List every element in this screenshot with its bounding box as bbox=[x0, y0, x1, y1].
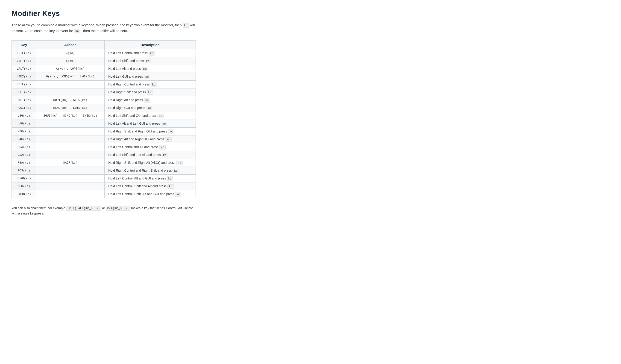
cell-description: Hold Left Control and press kc bbox=[104, 49, 196, 57]
cell-description: Hold Right Shift and Right GUI and press… bbox=[104, 127, 196, 135]
desc-text: Hold Right Shift and press bbox=[108, 90, 147, 94]
desc-text: Hold Right Shift and Right GUI and press bbox=[108, 129, 168, 133]
cell-aliases: A(kc) , LOPT(kc) bbox=[36, 65, 104, 72]
cell-key: RCTL(kc) bbox=[12, 80, 36, 88]
intro-kc2: kc bbox=[74, 29, 80, 34]
cell-key: RGUI(kc) bbox=[12, 104, 36, 112]
desc-text: Hold Left Control and press bbox=[108, 51, 148, 55]
desc-code: kc bbox=[145, 59, 151, 63]
cell-description: Hold Left Control, Shift, Alt and GUI an… bbox=[104, 190, 196, 198]
desc-code: kc bbox=[144, 75, 150, 79]
table-row: LAG(kc)Hold Left Alt and Left GUI and pr… bbox=[12, 120, 196, 127]
cell-key: LSG(kc) bbox=[12, 112, 36, 120]
desc-text: Hold Left Alt and Left GUI and press bbox=[108, 122, 161, 125]
cell-aliases bbox=[36, 120, 104, 127]
cell-key: RALT(kc) bbox=[12, 96, 36, 104]
desc-code: kc bbox=[168, 184, 174, 189]
cell-description: Hold Left Shift and GUI and press kc bbox=[104, 112, 196, 120]
cell-key: RSG(kc) bbox=[12, 127, 36, 135]
modifier-keys-table: Key Aliases Description LCTL(kc)C(kc)Hol… bbox=[12, 40, 196, 198]
table-row: RSG(kc)Hold Right Shift and Right GUI an… bbox=[12, 127, 196, 135]
cell-aliases bbox=[36, 135, 104, 143]
table-row: RAG(kc)Hold Right Alt and Right GUI and … bbox=[12, 135, 196, 143]
desc-code: kc bbox=[176, 161, 183, 165]
table-row: RCTL(kc)Hold Right Control and press kc bbox=[12, 80, 196, 88]
cell-key: LCAG(kc) bbox=[12, 174, 36, 182]
cell-aliases: G(kc) , LCMD(kc) , LWIN(kc) bbox=[36, 72, 104, 80]
cell-key: RSA(kc) bbox=[12, 159, 36, 167]
cell-aliases bbox=[36, 151, 104, 159]
cell-aliases: SGUI(kc) , SCMD(kc) , SWIN(kc) bbox=[36, 112, 104, 120]
footer-text-or: or bbox=[101, 206, 106, 210]
desc-code: kc bbox=[165, 137, 172, 142]
table-row: LCAG(kc)Hold Left Control, Alt and GUI a… bbox=[12, 174, 196, 182]
cell-key: RCS(kc) bbox=[12, 167, 36, 174]
cell-key: LCA(kc) bbox=[12, 143, 36, 151]
desc-code: kc bbox=[142, 67, 148, 71]
desc-code: kc bbox=[146, 106, 153, 110]
col-header-description: Description bbox=[104, 40, 196, 49]
cell-key: LAG(kc) bbox=[12, 120, 36, 127]
desc-code: kc bbox=[144, 98, 150, 103]
table-row: LSA(kc)Hold Left Shift and Left Alt and … bbox=[12, 151, 196, 159]
cell-key: LSFT(kc) bbox=[12, 57, 36, 65]
cell-description: Hold Left Control and Alt and press kc bbox=[104, 143, 196, 151]
cell-description: Hold Left Control, Shift and Alt and pre… bbox=[104, 182, 196, 190]
table-row: LSFT(kc)S(kc)Hold Left Shift and press k… bbox=[12, 57, 196, 65]
desc-text: Hold Right Control and Right Shift and p… bbox=[108, 169, 172, 172]
table-row: LGUI(kc)G(kc) , LCMD(kc) , LWIN(kc)Hold … bbox=[12, 72, 196, 80]
intro-text-after: , then the modifier will be sent. bbox=[80, 29, 128, 33]
cell-description: Hold Right Control and press kc bbox=[104, 80, 196, 88]
intro-kc1: kc bbox=[183, 23, 189, 28]
desc-text: Hold Right GUI and press bbox=[108, 106, 146, 110]
desc-text: Hold Left Control, Shift and Alt and pre… bbox=[108, 184, 168, 188]
cell-aliases: ROPT(kc) , ALGR(kc) bbox=[36, 96, 104, 104]
desc-code: kc bbox=[149, 51, 155, 55]
cell-key: RSFT(kc) bbox=[12, 88, 36, 96]
intro-text-before: These allow you to combine a modifier wi… bbox=[12, 23, 183, 27]
table-row: LALT(kc)A(kc) , LOPT(kc)Hold Left Alt an… bbox=[12, 65, 196, 72]
cell-description: Hold Right Shift and press kc bbox=[104, 88, 196, 96]
desc-text: Hold Left Control, Alt and GUI and press bbox=[108, 176, 167, 180]
table-row: LCTL(kc)C(kc)Hold Left Control and press… bbox=[12, 49, 196, 57]
cell-description: Hold Right Shift and Right Alt (AltGr) a… bbox=[104, 159, 196, 167]
table-row: HYPR(kc)Hold Left Control, Shift, Alt an… bbox=[12, 190, 196, 198]
cell-description: Hold Left Alt and Left GUI and press kc bbox=[104, 120, 196, 127]
desc-code: kc bbox=[162, 153, 168, 157]
table-row: LSG(kc)SGUI(kc) , SCMD(kc) , SWIN(kc)Hol… bbox=[12, 112, 196, 120]
cell-aliases bbox=[36, 88, 104, 96]
desc-code: kc bbox=[161, 122, 167, 126]
desc-text: Hold Right Alt and Right GUI and press bbox=[108, 137, 165, 141]
cell-description: Hold Left Shift and press kc bbox=[104, 57, 196, 65]
table-row: RCS(kc)Hold Right Control and Right Shif… bbox=[12, 167, 196, 174]
desc-code: kc bbox=[159, 145, 166, 150]
cell-key: LALT(kc) bbox=[12, 65, 36, 72]
cell-description: Hold Left GUI and press kc bbox=[104, 72, 196, 80]
table-row: RGUI(kc)RCMD(kc) , LWIN(kc)Hold Right GU… bbox=[12, 104, 196, 112]
cell-aliases: RCMD(kc) , LWIN(kc) bbox=[36, 104, 104, 112]
cell-key: LGUI(kc) bbox=[12, 72, 36, 80]
footer-text-before: You can also chain them, for example bbox=[12, 206, 66, 210]
cell-description: Hold Right Alt and press kc bbox=[104, 96, 196, 104]
table-header-row: Key Aliases Description bbox=[12, 40, 196, 49]
table-row: MEH(kc)Hold Left Control, Shift and Alt … bbox=[12, 182, 196, 190]
desc-code: kc bbox=[175, 192, 182, 196]
cell-aliases: S(kc) bbox=[36, 57, 104, 65]
desc-text: Hold Left Shift and GUI and press bbox=[108, 114, 157, 118]
cell-key: MEH(kc) bbox=[12, 182, 36, 190]
footer-code1: LCTL(LALT(KC_DEL)) bbox=[66, 206, 101, 210]
cell-description: Hold Left Shift and Left Alt and press k… bbox=[104, 151, 196, 159]
desc-text: Hold Left Shift and Left Alt and press bbox=[108, 153, 161, 157]
table-row: RALT(kc)ROPT(kc) , ALGR(kc)Hold Right Al… bbox=[12, 96, 196, 104]
cell-aliases bbox=[36, 127, 104, 135]
desc-text: Hold Right Control and press bbox=[108, 83, 151, 86]
cell-key: LSA(kc) bbox=[12, 151, 36, 159]
desc-code: kc bbox=[147, 90, 153, 95]
desc-text: Hold Left Shift and press bbox=[108, 59, 144, 63]
cell-aliases bbox=[36, 182, 104, 190]
page-title: Modifier Keys bbox=[12, 9, 196, 18]
desc-text: Hold Left GUI and press bbox=[108, 75, 144, 78]
cell-aliases bbox=[36, 190, 104, 198]
cell-aliases: SAGR(kc) bbox=[36, 159, 104, 167]
desc-code: kc bbox=[173, 169, 179, 173]
